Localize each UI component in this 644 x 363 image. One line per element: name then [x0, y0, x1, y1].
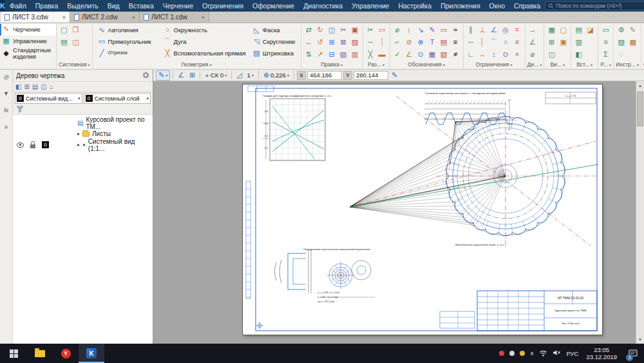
menu-item[interactable]: Диагностика — [299, 0, 347, 12]
grid-toggle-button[interactable]: ⊞ — [187, 70, 197, 81]
ribbon-icon[interactable]: ◫ — [546, 49, 557, 60]
ribbon-icon[interactable]: ≡ — [512, 37, 523, 48]
ribbon-icon[interactable]: ✎ — [427, 25, 438, 35]
tab-close-icon[interactable]: × — [202, 14, 205, 21]
ribbon-icon[interactable]: ◌ — [616, 49, 627, 60]
geometry-tool-button[interactable]: ◹ Скругление — [249, 35, 299, 47]
drawing-sheet[interactable]: График для подбора коэффициентов смещени… — [243, 84, 602, 335]
ribbon-icon[interactable]: ⌒ — [489, 37, 500, 48]
scroll-down-arrow[interactable]: ▼ — [636, 335, 644, 344]
ribbon-icon[interactable]: T — [427, 37, 438, 48]
tray-coins-icon[interactable] — [520, 351, 525, 356]
drawing-canvas[interactable]: График для подбора коэффициентов смещени… — [153, 81, 644, 344]
document-tab[interactable]: ЛИСТ 2.cdw × — [70, 12, 140, 23]
ribbon-group-label[interactable]: Ди...▾ — [527, 60, 542, 69]
ribbon-icon[interactable]: ❒ — [70, 25, 81, 35]
ribbon-icon[interactable]: ▢ — [59, 25, 70, 35]
expand-arrow-icon[interactable]: ▸ — [77, 131, 80, 137]
ribbon-icon[interactable]: ⊥ — [477, 25, 488, 35]
ribbon-icon[interactable]: ◧ — [573, 49, 584, 60]
ribbon-icon[interactable]: ▤ — [439, 37, 450, 48]
ribbon-icon[interactable]: ▭ — [600, 25, 611, 35]
tree-toolbar-icon[interactable]: ◧ — [15, 83, 21, 90]
snap-angle-button[interactable]: ∠ — [176, 70, 186, 81]
ribbon-icon[interactable]: ⇄ — [303, 25, 314, 35]
ribbon-icon[interactable]: ⚙ — [616, 25, 627, 35]
ribbon-icon[interactable]: ↗ — [315, 49, 326, 60]
speaker-muted-icon[interactable] — [553, 349, 561, 357]
ribbon-group-label[interactable]: Раз...▾ — [365, 60, 388, 69]
ribbon-group-label[interactable]: Инстр...▾ — [616, 60, 639, 69]
menu-item[interactable]: Окно — [485, 0, 509, 12]
tab-close-icon[interactable]: × — [132, 14, 135, 21]
ribbon-icon[interactable]: ↺ — [315, 37, 326, 48]
side-strip-icon[interactable]: ≡ — [5, 124, 8, 130]
ribbon-icon[interactable]: ✎ — [627, 25, 638, 35]
taskbar-kompas[interactable]: K — [79, 344, 104, 363]
side-strip-icon[interactable]: ▼ — [3, 90, 9, 97]
ribbon-icon[interactable]: ▭ — [377, 25, 388, 35]
ribbon-icon[interactable]: ∠ — [404, 49, 415, 60]
menu-item[interactable]: Настройка — [393, 0, 436, 12]
line-style-button[interactable]: ✎ ▾ — [156, 70, 170, 81]
ribbon-icon[interactable]: ▬ — [377, 49, 388, 60]
ribbon-icon[interactable]: ▨ — [616, 37, 627, 48]
ribbon-icon[interactable]: = — [512, 25, 523, 35]
y-coordinate-value[interactable]: 280.144 — [354, 71, 388, 80]
scroll-up-arrow[interactable]: ▲ — [636, 81, 644, 90]
x-coordinate-value[interactable]: 464.186 — [307, 71, 342, 80]
ribbon-icon[interactable]: ∠ — [489, 25, 500, 35]
ribbon-icon[interactable]: ✓ — [392, 49, 403, 60]
ribbon-icon[interactable]: ↻ — [315, 25, 326, 35]
geometry-tool-button[interactable]: ╳ Вспомогательная прямая — [160, 47, 249, 59]
ribbon-icon[interactable]: ◎ — [500, 25, 511, 35]
ribbon-icon[interactable]: ⊞ — [327, 37, 337, 48]
menu-item[interactable]: Вид — [103, 0, 124, 12]
geometry-tool-button[interactable]: ▨ Штриховка — [249, 47, 299, 59]
tree-toolbar-icon[interactable]: ▤ — [32, 83, 38, 90]
ribbon-icon[interactable]: ▥ — [350, 49, 361, 60]
ribbon-icon[interactable]: ▨ — [350, 37, 361, 48]
ribbon-icon[interactable]: ⊠ — [338, 37, 349, 48]
ribbon-icon[interactable]: ≡ — [450, 37, 461, 48]
ribbon-icon[interactable]: ⊙ — [415, 49, 426, 60]
visibility-eye-icon[interactable] — [17, 142, 24, 148]
ribbon-icon[interactable]: ↕ — [489, 49, 500, 60]
ribbon-icon[interactable]: ○ — [500, 37, 511, 48]
edit-properties-button[interactable]: ✎ — [390, 70, 399, 81]
ribbon-icon[interactable]: ⊙ — [500, 49, 511, 60]
tree-toolbar-icon[interactable]: ◫ — [41, 83, 46, 90]
wifi-icon[interactable] — [539, 349, 547, 358]
start-button[interactable] — [0, 344, 27, 363]
ribbon-icon[interactable]: ╳ — [365, 49, 376, 60]
ribbon-icon[interactable]: ◪ — [585, 25, 596, 35]
ribbon-icon[interactable]: ▣ — [558, 37, 569, 48]
ortho-mode-button[interactable]: ◿ — [234, 70, 243, 81]
ribbon-icon[interactable]: ▦ — [427, 49, 438, 60]
ribbon-group-label[interactable]: Правка▾ — [303, 60, 361, 69]
ribbon-icon[interactable]: ✂ — [338, 25, 349, 35]
side-strip-icon[interactable]: ◎ — [4, 74, 9, 80]
vertical-scrollbar[interactable]: ▲ ▼ — [636, 81, 644, 344]
ribbon-icon[interactable]: ▤ — [59, 37, 70, 48]
ribbon-icon[interactable]: ⌐ — [392, 37, 403, 48]
expand-arrow-icon[interactable]: ▸ — [77, 142, 80, 148]
scale-dropdown[interactable]: 1 ▾ — [245, 70, 256, 81]
ribbon-icon[interactable]: ↘ — [415, 25, 426, 35]
tray-expand-icon[interactable]: ∧ — [530, 350, 535, 357]
ribbon-icon[interactable]: ◫ — [327, 25, 337, 35]
workspace-mode-button[interactable]: ✎ Черчение — [0, 24, 56, 35]
ribbon-icon[interactable]: ─ — [466, 37, 477, 48]
ribbon-icon[interactable] — [585, 49, 596, 60]
ribbon-icon[interactable]: │ — [477, 37, 488, 48]
ribbon-icon[interactable]: ⊞ — [546, 37, 557, 48]
ribbon-group-label[interactable]: Ограничения▾ — [466, 60, 523, 69]
ribbon-icon[interactable]: ↕ — [404, 25, 415, 35]
ribbon-icon[interactable]: ⇅ — [303, 49, 314, 60]
search-input[interactable] — [556, 3, 644, 9]
geometry-tool-button[interactable]: ◺ Фаска — [249, 24, 299, 35]
ribbon-icon[interactable]: ▣ — [350, 25, 361, 35]
ribbon-icon[interactable]: ◫ — [70, 37, 81, 48]
zoom-dropdown[interactable]: ⊕ 0,226 ▾ — [261, 70, 291, 81]
action-center-button[interactable]: 3 — [625, 344, 641, 363]
